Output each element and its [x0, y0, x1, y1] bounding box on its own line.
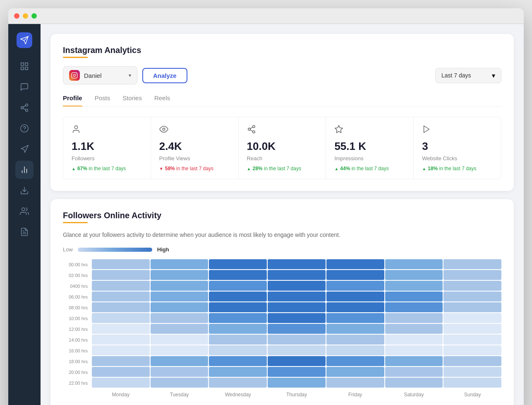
- reach-value: 10.0K: [247, 140, 318, 153]
- heatmap-cell: [385, 356, 443, 366]
- heatmap-cell: [268, 335, 326, 345]
- heatmap-row: [92, 292, 501, 301]
- heatmap-cell: [151, 270, 208, 280]
- instagram-icon: [69, 70, 80, 81]
- hour-label: 18:00 hrs: [63, 356, 92, 367]
- heatmap-cell: [92, 378, 150, 388]
- reach-change: ▲ 28% in the last 7 days: [247, 166, 318, 171]
- heatmap-container: 00:00 hrs02:00 hrs0400 hrs06:00 hrs08:00…: [63, 259, 501, 398]
- svg-point-26: [252, 131, 255, 133]
- analyze-button[interactable]: Analyze: [142, 68, 187, 83]
- heatmap-cell: [209, 335, 267, 345]
- heatmap-cell: [268, 356, 326, 366]
- heatmap-cell: [92, 367, 150, 377]
- svg-rect-20: [72, 72, 77, 78]
- heatmap-row: [92, 378, 501, 388]
- maximize-button[interactable]: [31, 13, 37, 19]
- heatmap-cell: [443, 335, 501, 345]
- sidebar-item-download[interactable]: [15, 181, 34, 200]
- website-clicks-value: 3: [422, 140, 493, 153]
- metric-profile-views: 2.4K Profile Views ▼ 58% in the last 7 d…: [151, 117, 238, 179]
- heatmap-row: [92, 259, 501, 269]
- heatmap-row: [92, 345, 501, 355]
- tab-stories[interactable]: Stories: [122, 94, 142, 106]
- profile-views-change-pct: 58% in the last 7 days: [165, 166, 213, 171]
- sidebar-item-users[interactable]: [15, 202, 34, 220]
- heatmap-row: [92, 367, 501, 377]
- website-clicks-label: Website Clicks: [422, 155, 493, 162]
- reach-label: Reach: [247, 155, 318, 162]
- tab-posts[interactable]: Posts: [95, 94, 110, 106]
- day-label: Tuesday: [151, 392, 208, 398]
- sidebar-item-support[interactable]: [15, 119, 34, 137]
- heatmap-cell: [268, 345, 326, 355]
- heatmap-cell: [385, 302, 443, 312]
- titlebar: [8, 8, 524, 24]
- svg-line-10: [23, 106, 26, 107]
- sidebar-item-documents[interactable]: [15, 223, 34, 241]
- help-circle-icon: [20, 124, 29, 133]
- heatmap-cell: [326, 270, 384, 280]
- followers-change: ▲ 67% in the last 7 days: [72, 166, 142, 171]
- heatmap-cell: [92, 335, 150, 345]
- website-clicks-change-pct: 18% in the last 7 days: [428, 166, 476, 171]
- heatmap-cell: [385, 281, 443, 291]
- heatmap-cell: [92, 292, 150, 301]
- heatmap-cell: [151, 292, 208, 301]
- date-range-selector[interactable]: Last 7 days ▾: [435, 68, 501, 83]
- heatmap-cell: [326, 335, 384, 345]
- heatmap-cell: [385, 324, 443, 334]
- hour-label: 20:00 hrs: [63, 367, 92, 378]
- sidebar-item-campaigns[interactable]: [15, 140, 34, 158]
- heatmap-cell: [151, 335, 208, 345]
- activity-legend: Low High: [63, 246, 501, 253]
- tab-reels[interactable]: Reels: [154, 94, 170, 106]
- heatmap-cell: [92, 270, 150, 280]
- heatmap-row: [92, 281, 501, 291]
- heatmap-cell: [326, 281, 384, 291]
- svg-point-23: [163, 128, 165, 130]
- metric-followers: 1.1K Followers ▲ 67% in the last 7 days: [63, 117, 151, 179]
- svg-point-8: [26, 109, 28, 112]
- profile-selector[interactable]: Daniel ▾: [63, 66, 137, 84]
- heatmap-cell: [209, 259, 267, 269]
- impressions-change-pct: 44% in the last 7 days: [340, 166, 388, 171]
- date-range-label: Last 7 days: [441, 72, 488, 79]
- heatmap-cell: [268, 324, 326, 334]
- sidebar-item-messages[interactable]: [15, 78, 34, 96]
- svg-marker-29: [335, 125, 343, 133]
- analytics-card: Instagram Analytics Daniel ▾: [50, 34, 514, 191]
- legend-high: High: [157, 246, 169, 253]
- profile-views-label: Profile Views: [159, 155, 230, 162]
- activity-subtitle: Glance at your followers activity to det…: [63, 231, 501, 238]
- heatmap-cell: [268, 292, 326, 301]
- sidebar-logo[interactable]: [17, 32, 32, 48]
- heatmap-cell: [326, 378, 384, 388]
- megaphone-icon: [20, 145, 29, 154]
- profile-name: Daniel: [84, 72, 125, 79]
- heatmap-cell: [209, 292, 267, 301]
- impressions-change: ▲ 44% in the last 7 days: [334, 166, 405, 171]
- download-icon: [20, 186, 29, 195]
- tab-profile[interactable]: Profile: [63, 94, 82, 106]
- heatmap-cell: [209, 270, 267, 280]
- heatmap-cell: [209, 302, 267, 312]
- share-icon: [20, 103, 29, 112]
- heatmap-cell: [209, 313, 267, 323]
- svg-point-17: [22, 208, 25, 211]
- heatmap-cell: [385, 378, 443, 388]
- sidebar-item-analytics[interactable]: [15, 161, 34, 179]
- day-label: Friday: [326, 392, 384, 398]
- svg-point-11: [21, 125, 28, 132]
- sidebar-item-network[interactable]: [15, 99, 34, 117]
- activity-title: Followers Online Activity: [63, 211, 501, 220]
- heatmap-cell: [443, 313, 501, 323]
- up-arrow-icon-3: ▲: [334, 166, 338, 171]
- close-button[interactable]: [14, 13, 19, 19]
- grid-icon: [20, 62, 29, 71]
- svg-rect-4: [25, 67, 28, 70]
- day-label: Wednesday: [209, 392, 267, 398]
- minimize-button[interactable]: [23, 13, 28, 19]
- followers-change-pct: 67% in the last 7 days: [77, 166, 126, 171]
- sidebar-item-dashboard[interactable]: [15, 57, 34, 75]
